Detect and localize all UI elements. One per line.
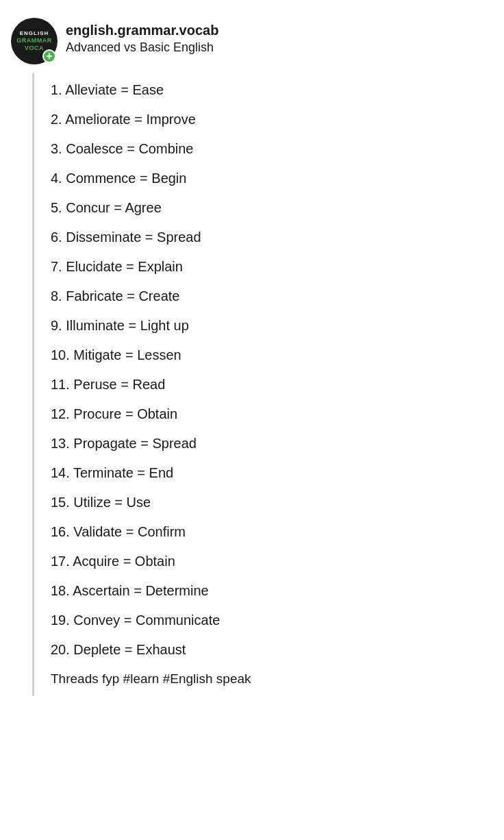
vocab-item-14: 14. Terminate = End [51, 458, 493, 488]
avatar-line2: GRAMMAR [16, 37, 52, 45]
vocab-item-18: 18. Ascertain = Determine [51, 576, 493, 606]
post-subtitle: Advanced vs Basic English [66, 40, 218, 55]
vocab-item-1: 1. Alleviate = Ease [51, 75, 493, 105]
vocab-item-8: 8. Fabricate = Create [51, 282, 493, 311]
username-label[interactable]: english.grammar.vocab [66, 22, 218, 38]
vocab-item-2: 2. Ameliorate = Improve [51, 105, 493, 134]
header-text: english.grammar.vocab Advanced vs Basic … [66, 18, 218, 55]
follow-button[interactable]: + [42, 49, 56, 63]
avatar-line1: ENGLISH [20, 30, 49, 37]
vocab-item-15: 15. Utilize = Use [51, 488, 493, 517]
vocab-item-9: 9. Illuminate = Light up [51, 311, 493, 341]
vocab-item-5: 5. Concur = Agree [51, 193, 493, 223]
footer-text: Threads fyp #learn #English speak [51, 665, 493, 693]
vocab-item-17: 17. Acquire = Obtain [51, 547, 493, 576]
vocab-item-6: 6. Disseminate = Spread [51, 223, 493, 252]
avatar-line3: VOCA [25, 45, 44, 52]
vocab-item-12: 12. Procure = Obtain [51, 399, 493, 429]
vocab-item-20: 20. Deplete = Exhaust [51, 635, 493, 665]
vocab-item-19: 19. Convey = Communicate [51, 606, 493, 635]
vocab-list: 1. Alleviate = Ease2. Ameliorate = Impro… [51, 73, 493, 696]
vocab-item-11: 11. Peruse = Read [51, 370, 493, 399]
vocab-item-3: 3. Coalesce = Combine [51, 134, 493, 164]
post-header: ENGLISH GRAMMAR VOCA + english.grammar.v… [0, 11, 504, 73]
vocab-item-4: 4. Commence = Begin [51, 164, 493, 193]
avatar-wrap[interactable]: ENGLISH GRAMMAR VOCA + [11, 18, 58, 64]
thread-line [32, 73, 34, 696]
vocab-item-10: 10. Mitigate = Lessen [51, 341, 493, 370]
vocab-item-16: 16. Validate = Confirm [51, 517, 493, 547]
content-area: 1. Alleviate = Ease2. Ameliorate = Impro… [0, 73, 504, 696]
vocab-item-7: 7. Elucidate = Explain [51, 252, 493, 282]
page-container: ENGLISH GRAMMAR VOCA + english.grammar.v… [0, 0, 504, 713]
vocab-item-13: 13. Propagate = Spread [51, 429, 493, 458]
